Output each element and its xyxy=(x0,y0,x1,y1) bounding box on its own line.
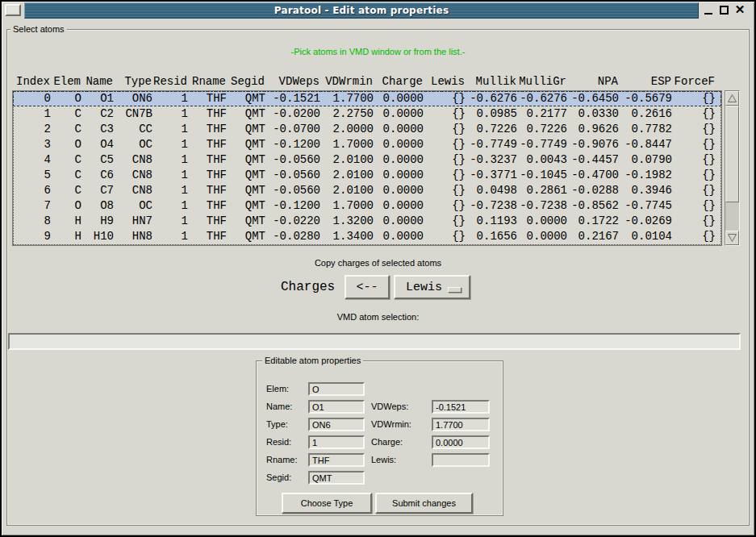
type-field-label: Type: xyxy=(266,419,288,429)
vdweps-field-label: VDWeps: xyxy=(371,402,408,411)
column-header-forcef: ForceF xyxy=(671,74,715,89)
table-cell: 0.0104 xyxy=(619,229,672,244)
scroll-up-button[interactable] xyxy=(725,91,739,106)
rname-field-label: Rname: xyxy=(266,455,298,464)
table-cell: C xyxy=(51,152,81,168)
table-cell: -0.1982 xyxy=(619,168,672,183)
table-cell: 0.0790 xyxy=(619,152,672,168)
table-cell: 0.0000 xyxy=(374,198,424,214)
table-cell: 0.0330 xyxy=(567,106,619,122)
column-header-esp: ESP xyxy=(618,74,671,89)
table-cell: {} xyxy=(424,198,466,214)
table-cell: -0.8562 xyxy=(567,198,619,214)
table-cell: -0.9076 xyxy=(567,137,619,152)
column-header-type: Type xyxy=(113,74,152,89)
column-header-elem: Elem xyxy=(50,74,81,89)
table-row[interactable]: 2CC3CC1THFQMT-0.07002.00000.0000{}0.7226… xyxy=(13,122,721,137)
name-input[interactable] xyxy=(308,400,365,414)
table-cell: -0.0269 xyxy=(619,214,672,229)
table-cell: 5 xyxy=(14,168,51,183)
charge-source-optionmenu[interactable]: Lewis xyxy=(394,275,470,299)
window-menu-button[interactable] xyxy=(5,4,21,16)
table-cell: 9 xyxy=(14,229,51,244)
table-cell: 1.7000 xyxy=(320,198,374,214)
select-atoms-frame-label: Select atoms xyxy=(10,24,67,34)
table-cell: 0.0000 xyxy=(374,183,424,198)
scroll-down-button[interactable] xyxy=(725,231,739,245)
segid-field-label: Segid: xyxy=(266,472,291,482)
column-header-mullik: Mullik xyxy=(465,74,516,89)
rname-input[interactable] xyxy=(308,453,365,467)
elem-field-label: Elem: xyxy=(266,384,289,393)
table-row[interactable]: 8HH9HN71THFQMT-0.02201.32000.0000{}0.119… xyxy=(13,214,721,229)
table-cell: {} xyxy=(672,137,716,152)
table-cell: 1 xyxy=(14,106,51,122)
table-cell: 0.1722 xyxy=(567,214,619,229)
minimize-button[interactable] xyxy=(701,2,716,17)
scroll-down-icon xyxy=(728,234,737,242)
table-cell: 1 xyxy=(152,183,188,198)
table-row[interactable]: 1CC2CN7B1THFQMT-0.02002.27500.0000{}0.09… xyxy=(13,106,721,122)
table-cell: 1.3200 xyxy=(320,214,374,229)
table-cell: THF xyxy=(188,198,227,214)
table-row[interactable]: 0OO1ON61THFQMT-0.15211.77000.0000{}-0.62… xyxy=(13,91,721,106)
listbox-scrollbar[interactable] xyxy=(725,90,740,246)
column-header-lewis: Lewis xyxy=(423,74,465,89)
table-cell: THF xyxy=(188,214,227,229)
atom-listbox[interactable]: 0OO1ON61THFQMT-0.15211.77000.0000{}-0.62… xyxy=(12,90,722,246)
type-input[interactable] xyxy=(308,418,365,431)
table-cell: 4 xyxy=(14,152,51,168)
table-cell: 1 xyxy=(152,122,188,137)
table-cell: {} xyxy=(424,152,466,168)
table-cell: 0.1193 xyxy=(466,214,517,229)
lewis-input[interactable] xyxy=(432,453,490,467)
table-cell: THF xyxy=(188,122,227,137)
table-cell: {} xyxy=(672,214,716,229)
table-row[interactable]: 4CC5CN81THFQMT-0.05602.01000.0000{}-0.32… xyxy=(13,152,721,168)
title-bar[interactable]: Paratool - Edit atom properties xyxy=(24,2,699,19)
resid-input[interactable] xyxy=(308,435,365,449)
submit-changes-button[interactable]: Submit changes xyxy=(375,493,473,514)
segid-input[interactable] xyxy=(308,471,365,485)
table-cell: QMT xyxy=(227,122,265,137)
table-row[interactable]: 7OO8OC1THFQMT-0.12001.70000.0000{}-0.723… xyxy=(13,198,721,214)
vmd-selection-input[interactable] xyxy=(8,333,741,350)
table-cell: 0.0498 xyxy=(466,183,517,198)
table-cell: H xyxy=(51,214,81,229)
table-row[interactable]: 3OO4OC1THFQMT-0.12001.70000.0000{}-0.774… xyxy=(13,137,721,152)
elem-input[interactable] xyxy=(308,382,365,396)
table-row[interactable]: 6CC7CN81THFQMT-0.05602.01000.0000{}0.049… xyxy=(13,183,721,198)
table-cell: O xyxy=(51,137,81,152)
table-cell: 8 xyxy=(14,214,51,229)
column-header-resid: Resid xyxy=(152,74,187,89)
table-cell: C3 xyxy=(81,122,114,137)
scrollbar-thumb[interactable] xyxy=(725,106,739,202)
table-cell: {} xyxy=(424,122,466,137)
table-row[interactable]: 9HH10HN81THFQMT-0.02801.34000.0000{}0.16… xyxy=(13,229,721,244)
charge-field-label: Charge: xyxy=(371,437,403,447)
table-cell: O8 xyxy=(81,198,114,214)
charge-input[interactable] xyxy=(432,435,490,449)
window-title: Paratool - Edit atom properties xyxy=(274,5,449,16)
maximize-button[interactable] xyxy=(716,2,731,17)
copy-charges-button[interactable]: <-- xyxy=(345,275,390,299)
table-cell: -0.0560 xyxy=(265,183,320,198)
table-cell: 0.0000 xyxy=(374,137,424,152)
table-cell: THF xyxy=(188,91,227,106)
table-cell: -0.0280 xyxy=(265,229,320,244)
table-cell: 0.3946 xyxy=(619,183,672,198)
charge-source-value: Lewis xyxy=(406,281,442,294)
table-cell: 7 xyxy=(14,198,51,214)
table-cell: QMT xyxy=(227,137,265,152)
table-cell: -0.7749 xyxy=(517,137,567,152)
table-cell: 0.7226 xyxy=(466,122,517,137)
choose-type-button[interactable]: Choose Type xyxy=(282,493,372,514)
table-cell: -0.8447 xyxy=(619,137,672,152)
table-cell: CN8 xyxy=(114,152,152,168)
table-row[interactable]: 5CC6CN81THFQMT-0.05602.01000.0000{}-0.37… xyxy=(13,168,721,183)
close-button[interactable]: ✕ xyxy=(733,2,747,17)
table-cell: 2.0100 xyxy=(320,183,374,198)
table-cell: CN7B xyxy=(114,106,152,122)
vdweps-input[interactable] xyxy=(432,400,490,414)
vdwrmin-input[interactable] xyxy=(432,418,490,431)
